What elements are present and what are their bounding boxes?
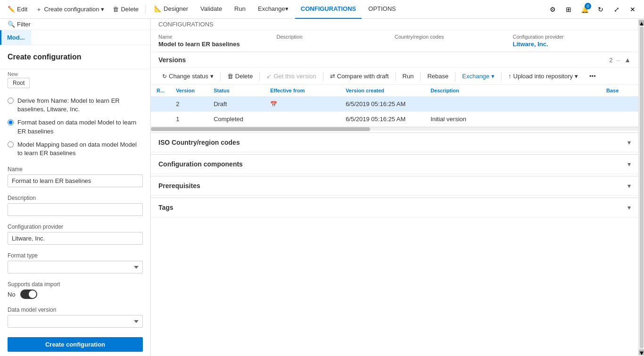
versions-collapse-button[interactable]: ▲ bbox=[624, 56, 631, 64]
toggle-off-label: No bbox=[8, 291, 16, 298]
iso-accordion: ISO Country/region codes ▾ bbox=[151, 132, 638, 152]
exchange-chevron-icon: ▾ bbox=[491, 73, 495, 80]
name-col: Name Model to learn ER baselines bbox=[158, 34, 277, 48]
settings-icon-button[interactable]: ⚙ bbox=[545, 2, 560, 17]
left-nav-item[interactable]: Mod... bbox=[0, 30, 31, 45]
versions-header: Versions 2 -- ▲ bbox=[151, 52, 638, 68]
validate-tab[interactable]: Validate bbox=[195, 0, 228, 19]
maximize-button[interactable]: ⤢ bbox=[609, 2, 624, 17]
calendar-icon[interactable]: 📅 bbox=[270, 101, 277, 108]
scrollbar-thumb bbox=[151, 127, 370, 131]
run-version-button[interactable]: Run bbox=[399, 71, 418, 82]
provider-meta-value[interactable]: Litware, Inc. bbox=[513, 41, 631, 48]
config-provider-input[interactable] bbox=[8, 232, 143, 245]
change-status-label: Change status bbox=[169, 73, 208, 80]
name-input[interactable] bbox=[8, 174, 143, 187]
versions-table-body: 2Draft📅6/5/2019 05:16:25 AM1Completed6/5… bbox=[151, 97, 638, 127]
tags-accordion: Tags ▾ bbox=[151, 198, 638, 217]
breadcrumb: CONFIGURATIONS bbox=[151, 19, 638, 30]
more-options-button[interactable]: ••• bbox=[586, 71, 600, 82]
upload-icon: ↑ bbox=[508, 73, 512, 80]
format-radio[interactable] bbox=[8, 119, 14, 125]
mapping-option: Model Mapping based on data model Model … bbox=[0, 141, 150, 157]
scroll-up-button[interactable]: ▲ bbox=[639, 20, 644, 25]
delete-icon: 🗑 bbox=[227, 73, 233, 80]
components-chevron-icon: ▾ bbox=[627, 160, 631, 168]
components-accordion: Configuration components ▾ bbox=[151, 154, 638, 174]
create-config-button-submit[interactable]: Create configuration bbox=[8, 337, 143, 352]
supports-import-toggle[interactable] bbox=[20, 290, 37, 299]
vertical-scrollbar[interactable]: ▲ ▼ bbox=[638, 19, 644, 356]
refresh-button[interactable]: ↻ bbox=[593, 2, 608, 17]
toggle-knob bbox=[29, 290, 36, 298]
toolbar-sep-2 bbox=[259, 72, 260, 81]
format-type-section: Format type bbox=[0, 248, 150, 277]
exchange-chevron-icon: ▾ bbox=[285, 5, 289, 12]
col-created-header: Version created bbox=[340, 85, 425, 97]
close-button[interactable]: ✕ bbox=[625, 2, 640, 17]
upload-repository-button[interactable]: ↑ Upload into repository ▾ bbox=[504, 71, 582, 82]
format-type-select[interactable] bbox=[8, 261, 143, 273]
more-icon: ••• bbox=[589, 73, 596, 80]
badge-count: 0 bbox=[585, 3, 591, 9]
get-this-version-button[interactable]: ↙ Get this version bbox=[263, 71, 320, 82]
configurations-label: CONFIGURATIONS bbox=[301, 5, 356, 12]
mapping-radio[interactable] bbox=[8, 141, 14, 148]
derive-label[interactable]: Derive from Name: Model to learn ER base… bbox=[17, 97, 143, 114]
effective-cell bbox=[264, 112, 340, 127]
edit-button[interactable]: ✏️ Edit bbox=[4, 4, 31, 15]
status-cell: Draft bbox=[208, 97, 264, 112]
format-label[interactable]: Format based on data model Model to lear… bbox=[17, 118, 143, 135]
tags-accordion-header[interactable]: Tags ▾ bbox=[151, 198, 638, 217]
description-input[interactable] bbox=[8, 203, 143, 216]
versions-delete-button[interactable]: 🗑 Delete bbox=[223, 71, 257, 82]
designer-tab[interactable]: 📐 Designer bbox=[149, 0, 194, 19]
data-model-version-select[interactable] bbox=[8, 315, 143, 328]
desc-meta-label: Description bbox=[277, 34, 395, 40]
root-button[interactable]: Root bbox=[8, 78, 30, 88]
filter-label: Filter bbox=[17, 21, 31, 28]
derive-radio[interactable] bbox=[8, 98, 14, 104]
designer-label: Designer bbox=[164, 5, 188, 12]
iso-accordion-header[interactable]: ISO Country/region codes ▾ bbox=[151, 133, 638, 152]
toggle-row: No bbox=[8, 290, 143, 299]
name-field-label: Name bbox=[8, 166, 143, 173]
table-row[interactable]: 2Draft📅6/5/2019 05:16:25 AM bbox=[151, 97, 638, 112]
table-row[interactable]: 1Completed6/5/2019 05:16:25 AMInitial ve… bbox=[151, 112, 638, 127]
r-cell bbox=[151, 97, 170, 112]
iso-title: ISO Country/region codes bbox=[158, 139, 240, 146]
config-provider-section: Configuration provider bbox=[0, 220, 150, 248]
horizontal-scrollbar[interactable] bbox=[151, 127, 638, 131]
status-cell: Completed bbox=[208, 112, 264, 127]
versions-count: 2 bbox=[609, 57, 612, 64]
create-config-button[interactable]: ＋ Create configuration ▾ bbox=[32, 3, 108, 16]
created-cell: 6/5/2019 05:16:25 AM bbox=[340, 112, 425, 127]
designer-icon: 📐 bbox=[154, 5, 162, 12]
supports-import-section: Supports data import No bbox=[0, 277, 150, 303]
breadcrumb-text: CONFIGURATIONS bbox=[158, 21, 214, 28]
scroll-down-button[interactable]: ▼ bbox=[639, 349, 644, 355]
delete-button[interactable]: 🗑 Delete bbox=[109, 4, 142, 15]
compare-draft-button[interactable]: ⇄ Compare with draft bbox=[326, 71, 393, 82]
office-icon-button[interactable]: ⊞ bbox=[561, 2, 576, 17]
mapping-label[interactable]: Model Mapping based on data model Model … bbox=[17, 141, 143, 157]
version-cell: 1 bbox=[170, 112, 208, 127]
exchange-tab[interactable]: Exchange ▾ bbox=[252, 0, 294, 19]
change-status-button[interactable]: ↻ Change status ▾ bbox=[158, 71, 217, 82]
components-accordion-header[interactable]: Configuration components ▾ bbox=[151, 155, 638, 174]
rebase-button[interactable]: Rebase bbox=[423, 71, 452, 82]
configurations-tab[interactable]: CONFIGURATIONS bbox=[295, 0, 362, 19]
compare-label: Compare with draft bbox=[337, 73, 389, 80]
base-cell bbox=[601, 97, 638, 112]
filter-button[interactable]: 🔍 Filter bbox=[4, 19, 34, 30]
left-panel: 🔍 Filter Mod... Create configuration New… bbox=[0, 19, 151, 356]
options-tab[interactable]: OPTIONS bbox=[363, 0, 402, 19]
country-meta-label: Country/region codes bbox=[395, 34, 513, 40]
get-version-label: Get this version bbox=[273, 73, 316, 80]
compare-icon: ⇄ bbox=[330, 73, 335, 80]
prerequisites-accordion-header[interactable]: Prerequisites ▾ bbox=[151, 176, 638, 196]
exchange-version-button[interactable]: Exchange ▾ bbox=[458, 71, 498, 82]
toolbar-sep-5 bbox=[420, 72, 421, 81]
run-tab[interactable]: Run bbox=[229, 0, 251, 19]
description-cell: Initial version bbox=[425, 112, 601, 127]
